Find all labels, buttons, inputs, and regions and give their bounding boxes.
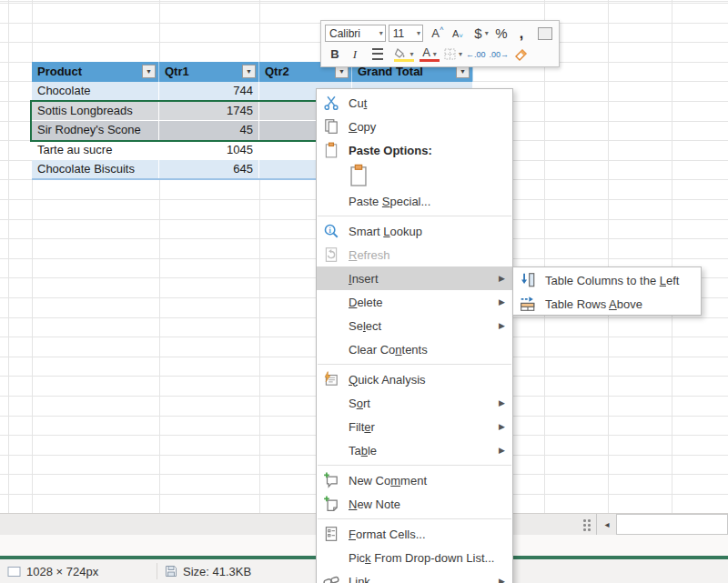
insert-submenu: Table Columns to the LeftTable Rows Abov… [512, 266, 702, 316]
column-header-qtr1: Qtr1▼ [159, 62, 259, 82]
column-header-label: Qtr1 [165, 65, 189, 78]
bold-button[interactable]: B [325, 45, 345, 64]
scroll-left-arrow-icon: ◂ [604, 519, 609, 529]
menu-item-sort[interactable]: Sort▶ [317, 391, 512, 415]
submenu-arrow-icon: ▶ [499, 422, 505, 431]
menu-item-refresh[interactable]: Refresh [317, 243, 512, 266]
paste-icon [349, 164, 369, 187]
submenu-arrow-icon: ▶ [499, 274, 505, 283]
context-menu: CutCopyPaste Options:Paste Special...iSm… [316, 88, 513, 583]
scrollbar-track[interactable] [616, 514, 728, 535]
mini-toolbar-row-2: B I ▾ A ▾ ▾ ←.00 [325, 44, 555, 65]
bold-icon: B [330, 47, 339, 61]
caret-down-icon: ˅ [459, 32, 463, 40]
menu-item-label: New Note [349, 498, 400, 511]
merge-center-button[interactable] [535, 24, 555, 43]
menu-item-label: Filter [349, 420, 375, 434]
menu-item-clear-contents[interactable]: Clear Contents [317, 337, 512, 361]
menu-separator [318, 216, 511, 216]
scissors-icon [323, 95, 339, 111]
menu-item-paste-special[interactable]: Paste Special... [317, 189, 512, 213]
menu-item-label: Clear Contents [349, 343, 428, 357]
fill-color-button[interactable]: ▾ [391, 45, 417, 64]
font-size-value: 11 [393, 27, 404, 40]
new-comment-icon [323, 472, 339, 488]
menu-item-label: Link [349, 575, 370, 583]
table-cell[interactable]: Chocolate Biscuits [32, 160, 159, 180]
menu-item-smart-lookup[interactable]: iSmart Lookup [317, 219, 512, 243]
shrink-font-button[interactable]: A˅ [448, 24, 468, 43]
menu-item-new-comment[interactable]: New Comment [317, 468, 512, 492]
menu-item-delete[interactable]: Delete▶ [317, 290, 512, 314]
table-cell[interactable]: Sottis Longbreads [32, 102, 159, 122]
menu-item-label: Cut [349, 96, 367, 110]
menu-item-quick-analysis[interactable]: Quick Analysis [317, 367, 512, 391]
italic-icon: I [353, 47, 357, 62]
save-disk-icon [165, 565, 177, 578]
comma-style-button[interactable]: , [511, 24, 531, 43]
table-cell[interactable]: 645 [159, 160, 259, 180]
chevron-down-icon: ▾ [433, 50, 437, 58]
paste-option-button[interactable] [317, 162, 512, 189]
font-size-dropdown[interactable]: 11 ▾ [389, 25, 423, 42]
link-icon [323, 573, 339, 583]
menu-item-table[interactable]: Table▶ [317, 438, 512, 462]
menu-item-select[interactable]: Select▶ [317, 314, 512, 337]
menu-item-format-cells[interactable]: Format Cells... [317, 522, 512, 546]
borders-button[interactable]: ▾ [442, 45, 464, 64]
menu-item-label: Quick Analysis [349, 373, 426, 387]
menu-item-filter[interactable]: Filter▶ [317, 415, 512, 438]
menu-item-label: Sort [349, 397, 370, 410]
column-header-label: Qtr2 [265, 65, 289, 78]
submenu-arrow-icon: ▶ [499, 398, 505, 407]
font-name-dropdown[interactable]: Calibri ▾ [325, 25, 386, 42]
fill-color-bar [394, 59, 414, 62]
menu-item-cut[interactable]: Cut [317, 91, 512, 115]
increase-decimal-icon: .00→ [490, 50, 510, 59]
caret-up-icon: ˄ [440, 25, 444, 33]
menu-item-new-note[interactable]: New Note [317, 492, 512, 516]
scrollbar-grip-dots[interactable] [583, 519, 592, 531]
scroll-left-button[interactable]: ◂ [596, 514, 617, 535]
submenu-item-table-columns-left[interactable]: Table Columns to the Left [513, 268, 701, 292]
menu-item-pick-from-dropdown-list[interactable]: Pick From Drop-down List... [317, 546, 512, 569]
table-cell[interactable]: Chocolate [32, 82, 159, 102]
font-name-value: Calibri [329, 27, 360, 40]
table-cell[interactable]: Sir Rodney's Scone [32, 121, 159, 141]
copy-icon [323, 118, 339, 135]
clipboard-icon [323, 142, 339, 158]
percent-style-button[interactable]: % [491, 24, 511, 43]
menu-item-label: Paste Special... [349, 195, 430, 208]
increase-decimal-button[interactable]: .00→ [488, 45, 511, 64]
menu-item-label: Paste Options: [349, 144, 432, 157]
shrink-font-letter: A [452, 28, 459, 39]
menu-item-copy[interactable]: Copy [317, 115, 512, 138]
chevron-down-icon: ▾ [459, 50, 462, 58]
header-filter-dropdown[interactable]: ▼ [142, 65, 156, 78]
font-color-letter: A [422, 45, 430, 59]
submenu-item-table-rows-above[interactable]: Table Rows Above [513, 292, 701, 316]
table-cell[interactable]: 1045 [159, 141, 259, 161]
menu-item-link[interactable]: Link▶ [317, 569, 512, 583]
status-divider [157, 563, 157, 579]
table-cell[interactable]: Tarte au sucre [32, 141, 159, 161]
center-align-button[interactable] [368, 45, 388, 64]
quick-analysis-icon [323, 371, 339, 387]
format-painter-button[interactable] [511, 45, 531, 64]
font-color-button[interactable]: A ▾ [417, 45, 442, 64]
header-filter-dropdown[interactable]: ▼ [242, 65, 256, 78]
menu-item-insert[interactable]: Insert▶ [317, 266, 512, 290]
insert-columns-icon [520, 272, 536, 288]
accounting-format-button[interactable]: $▾ [471, 24, 491, 43]
grow-font-button[interactable]: A˄ [428, 24, 448, 43]
table-cell[interactable]: 744 [159, 82, 259, 102]
chevron-down-icon: ▾ [417, 29, 420, 37]
table-cell[interactable]: 45 [159, 121, 259, 141]
decrease-decimal-button[interactable]: ←.00 [464, 45, 488, 64]
submenu-item-label: Table Rows Above [545, 297, 642, 311]
table-cell[interactable]: 1745 [159, 102, 259, 122]
italic-button[interactable]: I [345, 45, 365, 64]
mini-toolbar-row-1: Calibri ▾ 11 ▾ A˄ A˅ $▾ % , [325, 23, 555, 44]
format-cells-icon [323, 526, 339, 542]
grid-column-line [8, 0, 9, 513]
